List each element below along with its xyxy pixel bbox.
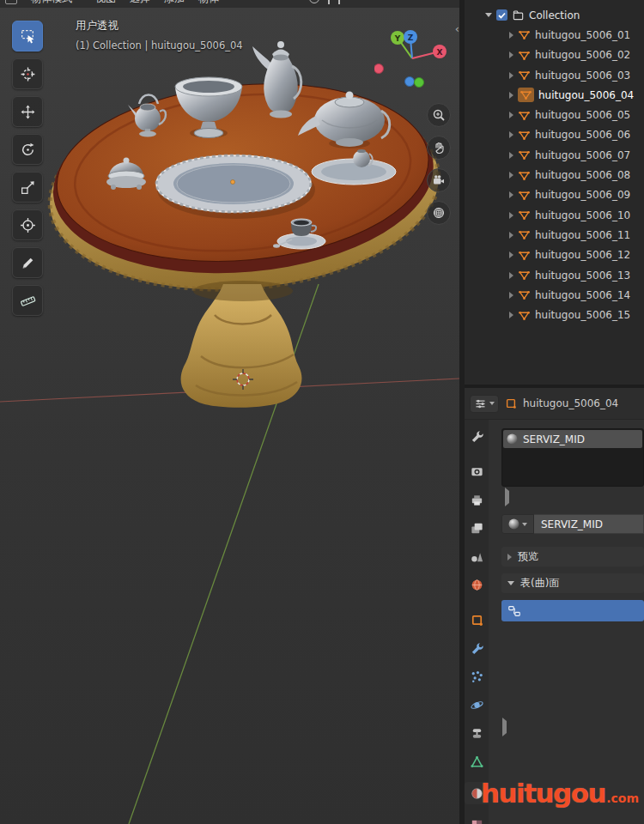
- tab-modifiers[interactable]: [465, 640, 489, 656]
- preview-panel-header[interactable]: 预览: [501, 547, 644, 566]
- expand-icon[interactable]: [509, 232, 513, 239]
- outliner-item[interactable]: huitugou_5006_12: [465, 245, 644, 265]
- material-slot-list[interactable]: SERVIZ_MID: [501, 428, 644, 487]
- expand-icon[interactable]: [509, 212, 513, 219]
- tab-constraints[interactable]: [465, 725, 489, 741]
- material-sphere-icon: [508, 518, 519, 530]
- outliner-item[interactable]: huitugou_5006_10: [465, 205, 644, 225]
- outliner-item-selected[interactable]: huitugou_5006_04: [465, 85, 644, 105]
- expand-icon[interactable]: [509, 272, 513, 279]
- outliner-panel: Collection huitugou_5006_01 huitugou_500…: [465, 0, 644, 385]
- tab-world[interactable]: [465, 577, 489, 592]
- outliner-item[interactable]: huitugou_5006_07: [465, 145, 644, 165]
- tab-tool[interactable]: [465, 428, 489, 444]
- outliner-item[interactable]: huitugou_5006_05: [465, 105, 644, 124]
- menu-add[interactable]: 添加: [164, 0, 185, 6]
- menu-view[interactable]: 视图: [95, 0, 116, 6]
- tab-output[interactable]: [465, 492, 489, 507]
- menu-select[interactable]: 选择: [130, 0, 150, 6]
- outliner-item[interactable]: huitugou_5006_09: [465, 185, 644, 205]
- outliner-item[interactable]: huitugou_5006_15: [465, 305, 644, 324]
- tab-physics[interactable]: [465, 697, 489, 712]
- measure-tool[interactable]: [12, 285, 43, 316]
- tab-particles[interactable]: [465, 669, 489, 684]
- expand-icon[interactable]: [509, 72, 513, 79]
- select-box-tool[interactable]: [12, 21, 43, 52]
- mesh-icon: [518, 288, 531, 301]
- mesh-icon: [518, 28, 531, 41]
- mesh-icon: [518, 269, 531, 282]
- mesh-icon: [518, 169, 531, 182]
- surface-panel-header[interactable]: 表(曲)面: [501, 573, 644, 593]
- outliner-collection-row[interactable]: Collection: [465, 5, 644, 25]
- expand-icon[interactable]: [509, 92, 513, 99]
- outliner-item[interactable]: huitugou_5006_14: [465, 285, 644, 305]
- viewport-canvas[interactable]: [0, 8, 459, 824]
- material-properties: SERVIZ_MID SERVIZ_MID 预览: [489, 420, 644, 824]
- collapsed-panel-expander[interactable]: [502, 721, 644, 733]
- navigation-gizmo[interactable]: Y Z X: [374, 19, 447, 91]
- axis-x-label: X: [437, 48, 443, 57]
- mesh-icon: [518, 249, 531, 262]
- collapse-icon[interactable]: [485, 13, 492, 17]
- 3d-viewport[interactable]: 用户透视 (1) Collection | huitugou_5006_04: [0, 8, 459, 824]
- mesh-icon: [518, 129, 531, 142]
- expand-icon[interactable]: [509, 312, 513, 318]
- outliner-item[interactable]: huitugou_5006_02: [465, 45, 644, 65]
- logo-suffix: .com: [606, 791, 639, 805]
- material-slot-name: SERVIZ_MID: [523, 433, 585, 445]
- expand-icon[interactable]: [509, 52, 513, 58]
- expand-icon[interactable]: [509, 191, 513, 198]
- expand-icon[interactable]: [509, 292, 513, 299]
- material-slot-row[interactable]: SERVIZ_MID: [503, 430, 642, 448]
- outliner-item[interactable]: huitugou_5006_03: [465, 65, 644, 85]
- transform-tool[interactable]: [12, 209, 43, 240]
- expand-icon[interactable]: [509, 152, 513, 159]
- surface-panel-label: 表(曲)面: [520, 576, 559, 591]
- material-name-field[interactable]: SERVIZ_MID: [534, 514, 644, 534]
- menu-object[interactable]: 物体: [198, 0, 219, 6]
- editor-type-button[interactable]: [470, 395, 499, 413]
- pan-hand-button[interactable]: [427, 136, 451, 160]
- outliner-item[interactable]: huitugou_5006_06: [465, 125, 644, 145]
- outliner-item[interactable]: huitugou_5006_08: [465, 165, 644, 185]
- proportional-edit-icon[interactable]: [309, 0, 319, 3]
- tab-view-layer[interactable]: [465, 520, 489, 536]
- editor-type-icon[interactable]: [5, 0, 17, 4]
- expand-icon[interactable]: [509, 112, 513, 118]
- grid-ortho-button[interactable]: [427, 201, 451, 225]
- tab-scene[interactable]: [465, 548, 489, 564]
- use-nodes-button[interactable]: [501, 600, 644, 621]
- camera-view-button[interactable]: [427, 168, 451, 192]
- outliner-item[interactable]: huitugou_5006_01: [465, 25, 644, 45]
- mesh-icon: [519, 88, 532, 101]
- outliner-item[interactable]: huitugou_5006_11: [465, 225, 644, 245]
- outliner-item[interactable]: huitugou_5006_13: [465, 265, 644, 285]
- rotate-tool[interactable]: [12, 134, 43, 165]
- slot-list-expander[interactable]: [505, 491, 644, 503]
- tab-texture[interactable]: [465, 817, 489, 824]
- expand-icon[interactable]: [509, 172, 513, 179]
- expand-icon[interactable]: [509, 32, 513, 39]
- expand-icon: [507, 554, 512, 560]
- node-tree-icon: [507, 604, 521, 618]
- annotate-tool[interactable]: [12, 247, 43, 278]
- move-tool[interactable]: [12, 96, 43, 127]
- browse-material-button[interactable]: [501, 514, 534, 534]
- expand-icon[interactable]: [509, 131, 513, 138]
- mode-dropdown[interactable]: 物体模式: [31, 0, 82, 6]
- snap-magnet-icon[interactable]: [328, 0, 340, 4]
- scale-tool[interactable]: [12, 172, 43, 203]
- checkbox-checked-icon[interactable]: [496, 9, 507, 21]
- tab-object[interactable]: [465, 612, 489, 627]
- material-name-value: SERVIZ_MID: [541, 518, 603, 530]
- tab-object-data[interactable]: [465, 754, 489, 769]
- cursor-tool[interactable]: [12, 58, 43, 89]
- expand-icon[interactable]: [509, 251, 513, 258]
- zoom-button[interactable]: [427, 103, 451, 127]
- material-datablock-row: SERVIZ_MID: [501, 514, 644, 534]
- preview-panel-label: 预览: [518, 549, 538, 564]
- breadcrumb: huitugou_5006_04: [523, 397, 618, 409]
- chevron-down-icon: [489, 402, 495, 405]
- tab-render[interactable]: [465, 464, 489, 479]
